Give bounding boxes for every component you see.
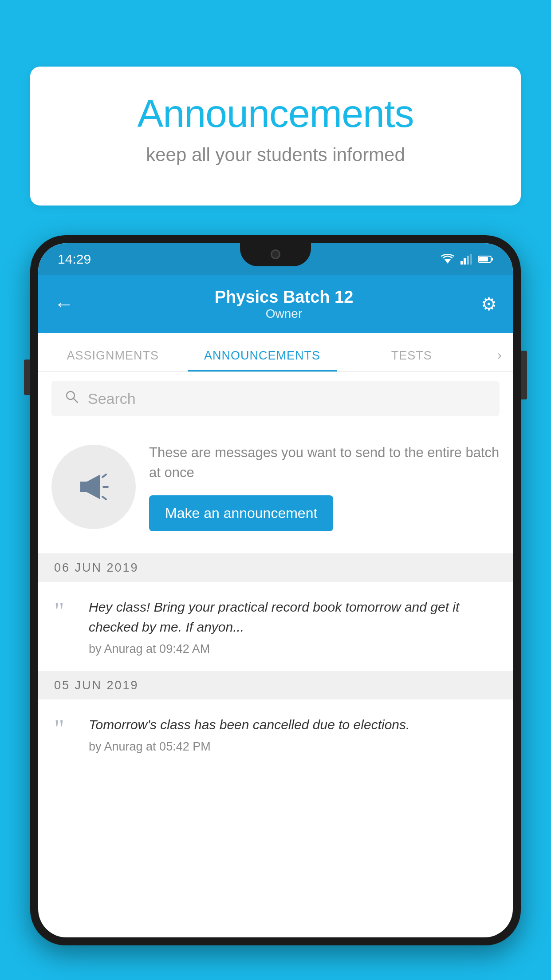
announcement-text-2: Tomorrow's class has been cancelled due …: [89, 715, 497, 735]
phone-wrapper: 14:29: [30, 235, 521, 980]
quote-icon-1: ": [54, 601, 76, 621]
settings-icon[interactable]: ⚙: [481, 294, 497, 314]
quote-icon-2: ": [54, 719, 76, 739]
speech-bubble-container: Announcements keep all your students inf…: [30, 67, 521, 205]
announcement-content-1: Hey class! Bring your practical record b…: [89, 597, 497, 656]
status-icons: [441, 254, 493, 265]
svg-line-12: [102, 474, 106, 477]
announcement-prompt: These are messages you want to send to t…: [38, 425, 513, 554]
tabs-container: ASSIGNMENTS ANNOUNCEMENTS TESTS ›: [38, 333, 513, 372]
signal-icon: [460, 254, 472, 265]
speech-bubble: Announcements keep all your students inf…: [30, 67, 521, 205]
search-svg: [65, 390, 79, 404]
batch-title: Physics Batch 12: [87, 288, 481, 307]
search-placeholder-text: Search: [88, 390, 136, 407]
wifi-icon: [441, 254, 454, 265]
bubble-title: Announcements: [57, 91, 494, 136]
svg-rect-3: [467, 256, 469, 265]
phone-screen: 14:29: [38, 243, 513, 937]
search-bar[interactable]: Search: [51, 381, 500, 416]
tab-announcements[interactable]: ANNOUNCEMENTS: [188, 349, 337, 371]
date-separator-1: 06 JUN 2019: [38, 554, 513, 582]
search-icon: [65, 390, 79, 407]
bubble-subtitle: keep all your students informed: [57, 144, 494, 166]
prompt-description: These are messages you want to send to t…: [149, 443, 500, 483]
battery-icon: [478, 255, 493, 263]
tab-tests[interactable]: TESTS: [337, 349, 486, 371]
app-bar-title-section: Physics Batch 12 Owner: [87, 288, 481, 321]
announcement-meta-2: by Anurag at 05:42 PM: [89, 740, 497, 754]
svg-rect-4: [470, 254, 472, 265]
status-time: 14:29: [58, 252, 91, 267]
prompt-right: These are messages you want to send to t…: [149, 443, 500, 531]
notch: [240, 243, 311, 266]
announcement-content-2: Tomorrow's class has been cancelled due …: [89, 715, 497, 754]
svg-marker-0: [445, 259, 451, 264]
announcement-text-1: Hey class! Bring your practical record b…: [89, 597, 497, 637]
batch-role: Owner: [87, 307, 481, 321]
tab-assignments[interactable]: ASSIGNMENTS: [38, 349, 188, 371]
camera: [271, 249, 280, 259]
announcement-item-1: " Hey class! Bring your practical record…: [38, 582, 513, 672]
svg-rect-6: [491, 258, 493, 261]
megaphone-circle: [51, 445, 136, 529]
svg-rect-2: [464, 258, 466, 265]
app-bar: ← Physics Batch 12 Owner ⚙: [38, 275, 513, 333]
svg-line-9: [74, 399, 78, 403]
svg-rect-1: [460, 261, 463, 265]
announcement-meta-1: by Anurag at 09:42 AM: [89, 642, 497, 656]
svg-rect-11: [80, 482, 87, 492]
back-button[interactable]: ←: [54, 293, 74, 315]
megaphone-icon: [71, 465, 116, 509]
date-separator-2: 05 JUN 2019: [38, 672, 513, 699]
svg-rect-7: [479, 257, 488, 261]
search-container: Search: [38, 372, 513, 425]
svg-line-14: [102, 497, 106, 499]
make-announcement-button[interactable]: Make an announcement: [149, 495, 333, 531]
status-bar: 14:29: [38, 243, 513, 275]
announcement-item-2: " Tomorrow's class has been cancelled du…: [38, 699, 513, 769]
tab-more-icon[interactable]: ›: [486, 348, 513, 371]
phone-outer: 14:29: [30, 235, 521, 945]
